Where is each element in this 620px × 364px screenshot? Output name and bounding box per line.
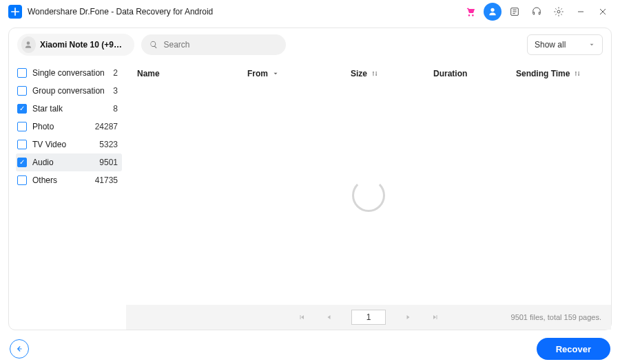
column-sending-time[interactable]: Sending Time (516, 69, 600, 78)
sidebar-item[interactable]: Single conversation2 (16, 64, 122, 82)
account-icon[interactable] (484, 3, 502, 21)
search-icon (149, 40, 158, 50)
sort-icon (371, 70, 378, 77)
sort-icon (574, 70, 581, 77)
sidebar-item-label: Photo (32, 122, 92, 131)
column-headers: Name From Size Duration Sending Time (126, 61, 611, 86)
checkbox[interactable] (17, 104, 27, 114)
recover-button[interactable]: Recover (537, 338, 610, 360)
sidebar-item[interactable]: TV Video5323 (16, 136, 122, 153)
pager-prev-button[interactable] (324, 312, 335, 323)
search-box[interactable] (141, 34, 286, 55)
sidebar-item-count: 2 (113, 68, 118, 78)
column-size[interactable]: Size (351, 69, 433, 78)
back-button[interactable] (10, 339, 29, 358)
sidebar-item-count: 8 (113, 104, 118, 114)
sidebar-item[interactable]: Audio9501 (16, 153, 122, 171)
sidebar-item-label: Audio (32, 158, 96, 167)
sidebar-item-label: Group conversation (32, 86, 110, 96)
minimize-button[interactable] (572, 3, 590, 21)
filter-dropdown[interactable]: Show all (527, 34, 603, 55)
chevron-down-icon (588, 41, 595, 48)
sidebar-item-count: 3 (113, 86, 118, 96)
footer: Recover (0, 334, 620, 363)
checkbox[interactable] (17, 68, 27, 78)
column-name[interactable]: Name (137, 69, 247, 78)
checkbox[interactable] (17, 122, 27, 131)
settings-icon[interactable] (550, 3, 568, 21)
pager-next-button[interactable] (402, 312, 413, 323)
column-duration[interactable]: Duration (433, 69, 516, 78)
cart-icon[interactable] (462, 3, 479, 21)
checkbox[interactable] (17, 175, 27, 185)
spinner-icon (352, 179, 385, 212)
sidebar-item[interactable]: Star talk8 (16, 100, 122, 118)
chevron-down-icon (272, 70, 279, 77)
checkbox[interactable] (17, 140, 27, 149)
sidebar-item-label: Star talk (32, 104, 110, 114)
filter-label: Show all (535, 40, 566, 50)
device-chip[interactable]: Xiaomi Note 10 (+92315... (17, 34, 134, 56)
close-button[interactable] (594, 3, 612, 21)
sidebar-item[interactable]: Photo24287 (16, 118, 122, 136)
sidebar-item-count: 9501 (99, 158, 118, 167)
main-pane: Name From Size Duration Sending Time (126, 61, 611, 330)
sidebar-item-count: 41735 (95, 175, 118, 185)
feedback-icon[interactable] (506, 3, 524, 21)
svg-point-1 (557, 10, 560, 13)
pager-last-button[interactable] (430, 312, 441, 323)
window-titlebar: Wondershare Dr.Fone - Data Recovery for … (0, 0, 620, 23)
checkbox[interactable] (17, 158, 27, 167)
pager-page-input[interactable] (351, 310, 386, 325)
support-icon[interactable] (528, 3, 546, 21)
pager-first-button[interactable] (296, 312, 307, 323)
column-from[interactable]: From (247, 69, 351, 78)
sidebar-item[interactable]: Group conversation3 (16, 82, 122, 100)
app-title: Wondershare Dr.Fone - Data Recovery for … (28, 7, 213, 17)
device-label: Xiaomi Note 10 (+92315... (40, 40, 126, 50)
toolbar: Xiaomi Note 10 (+92315... Show all (9, 28, 611, 61)
search-input[interactable] (163, 40, 278, 50)
sidebar-item-label: Others (32, 175, 92, 185)
pager-bar: 9501 files, total 159 pages. (126, 305, 611, 330)
sidebar-item[interactable]: Others41735 (16, 171, 122, 189)
category-sidebar: Single conversation2Group conversation3S… (9, 61, 126, 330)
sidebar-item-count: 24287 (95, 122, 118, 131)
pager-status: 9501 files, total 159 pages. (511, 313, 601, 321)
person-icon (21, 36, 36, 53)
content-card: Xiaomi Note 10 (+92315... Show all Singl… (8, 28, 612, 330)
loading-area (126, 86, 611, 305)
sidebar-item-count: 5323 (99, 140, 118, 149)
app-logo-icon (8, 5, 22, 19)
checkbox[interactable] (17, 86, 27, 96)
sidebar-item-label: Single conversation (32, 68, 110, 78)
sidebar-item-label: TV Video (32, 140, 96, 149)
